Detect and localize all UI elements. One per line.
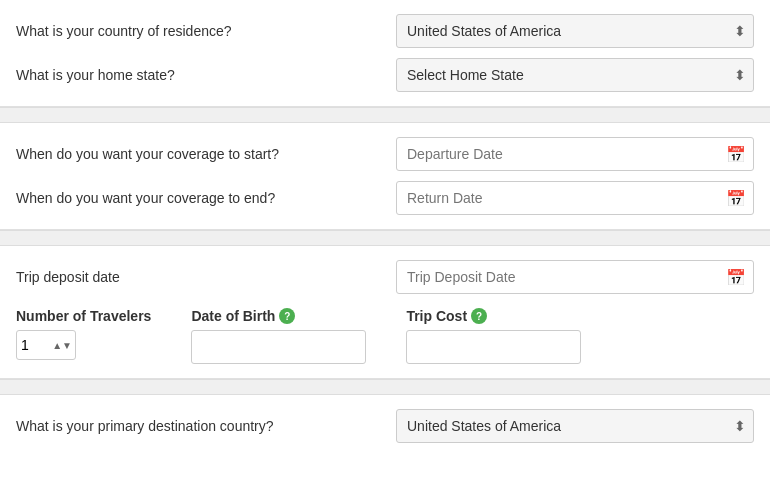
home-state-select[interactable]: Select Home State Alabama Alaska Arizona… xyxy=(396,58,754,92)
coverage-end-control: 📅 xyxy=(396,181,754,215)
divider-3 xyxy=(0,379,770,395)
dob-col-label: Date of Birth ? xyxy=(191,308,366,324)
dob-input[interactable] xyxy=(191,330,366,364)
country-select-wrapper: United States of America Canada United K… xyxy=(396,14,754,48)
trip-cost-label-text: Trip Cost xyxy=(406,308,467,324)
destination-row: What is your primary destination country… xyxy=(16,409,754,443)
coverage-end-row: When do you want your coverage to end? 📅 xyxy=(16,181,754,215)
return-date-input[interactable] xyxy=(396,181,754,215)
deposit-date-input[interactable] xyxy=(396,260,754,294)
return-date-wrapper: 📅 xyxy=(396,181,754,215)
destination-select-wrapper: United States of America Canada United K… xyxy=(396,409,754,443)
destination-select[interactable]: United States of America Canada United K… xyxy=(396,409,754,443)
deposit-date-control: 📅 xyxy=(396,260,754,294)
num-travelers-select-wrapper: 1 2 3 4 5 ▲▼ xyxy=(16,330,76,360)
num-travelers-select[interactable]: 1 2 3 4 5 xyxy=(16,330,76,360)
dob-help-icon[interactable]: ? xyxy=(279,308,295,324)
deposit-date-wrapper: 📅 xyxy=(396,260,754,294)
home-state-label: What is your home state? xyxy=(16,67,396,83)
num-travelers-label: Number of Travelers xyxy=(16,308,151,324)
home-state-select-wrapper: Select Home State Alabama Alaska Arizona… xyxy=(396,58,754,92)
country-section: What is your country of residence? Unite… xyxy=(0,0,770,107)
coverage-end-label: When do you want your coverage to end? xyxy=(16,190,396,206)
departure-date-input[interactable] xyxy=(396,137,754,171)
divider-1 xyxy=(0,107,770,123)
num-travelers-col: Number of Travelers 1 2 3 4 5 ▲▼ xyxy=(16,308,151,360)
trip-cost-col: Trip Cost ? xyxy=(406,308,581,364)
destination-section: What is your primary destination country… xyxy=(0,395,770,457)
form-container: What is your country of residence? Unite… xyxy=(0,0,770,457)
coverage-start-control: 📅 xyxy=(396,137,754,171)
coverage-dates-section: When do you want your coverage to start?… xyxy=(0,123,770,230)
deposit-date-label: Trip deposit date xyxy=(16,269,396,285)
trip-cost-input[interactable] xyxy=(406,330,581,364)
dob-col: Date of Birth ? xyxy=(191,308,366,364)
country-control: United States of America Canada United K… xyxy=(396,14,754,48)
coverage-start-row: When do you want your coverage to start?… xyxy=(16,137,754,171)
coverage-start-label: When do you want your coverage to start? xyxy=(16,146,396,162)
trip-cost-col-label: Trip Cost ? xyxy=(406,308,581,324)
departure-date-wrapper: 📅 xyxy=(396,137,754,171)
trip-cost-help-icon[interactable]: ? xyxy=(471,308,487,324)
divider-2 xyxy=(0,230,770,246)
dob-label-text: Date of Birth xyxy=(191,308,275,324)
home-state-control: Select Home State Alabama Alaska Arizona… xyxy=(396,58,754,92)
deposit-date-row: Trip deposit date 📅 xyxy=(16,260,754,294)
destination-label: What is your primary destination country… xyxy=(16,418,396,434)
travelers-section: Trip deposit date 📅 Number of Travelers … xyxy=(0,246,770,379)
destination-control: United States of America Canada United K… xyxy=(396,409,754,443)
country-row: What is your country of residence? Unite… xyxy=(16,14,754,48)
home-state-row: What is your home state? Select Home Sta… xyxy=(16,58,754,92)
country-select[interactable]: United States of America Canada United K… xyxy=(396,14,754,48)
country-label: What is your country of residence? xyxy=(16,23,396,39)
